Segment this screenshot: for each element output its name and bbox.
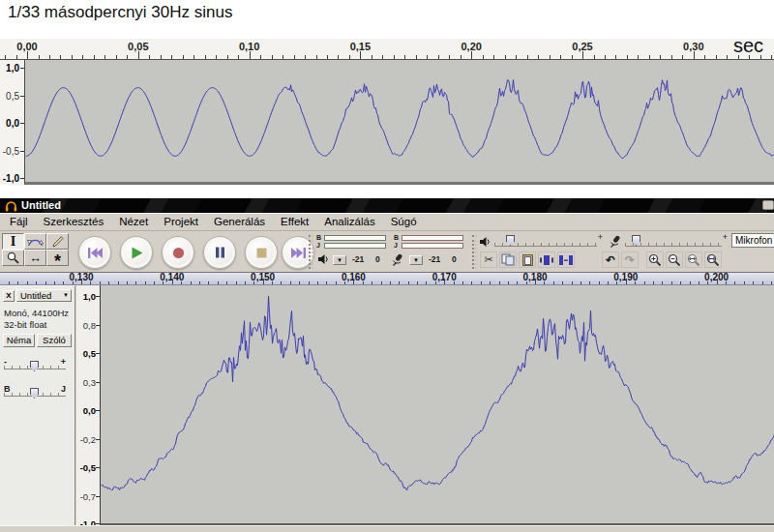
menu-item-file[interactable]: Fájl — [2, 214, 36, 230]
output-meter: B J — [316, 234, 389, 250]
ruler-tick — [199, 281, 200, 284]
menu-item-effect[interactable]: Effekt — [273, 214, 316, 230]
copy-icon — [501, 253, 515, 266]
window-title: Untitled — [21, 199, 61, 211]
top-waveform-canvas — [25, 60, 774, 182]
menu-item-edit[interactable]: Szerkesztés — [36, 214, 112, 230]
track-name: Untitled — [20, 290, 51, 301]
toolbar: I ↔ — [0, 231, 774, 273]
ruler-tick — [416, 55, 417, 59]
input-meter-dropdown[interactable]: ▼ — [409, 255, 423, 265]
track-waveform-canvas[interactable] — [101, 285, 774, 523]
input-device-value: Mikrofon — [735, 235, 772, 246]
meter-scale-min: -21 — [429, 254, 440, 264]
ruler-tick — [353, 279, 354, 284]
copy-button[interactable] — [499, 251, 517, 268]
envelope-tool-button[interactable] — [24, 233, 46, 250]
ruler-tick — [49, 55, 50, 59]
ruler-tick — [694, 51, 695, 59]
record-button[interactable] — [162, 236, 194, 269]
envelope-icon — [27, 236, 44, 248]
ruler-tick — [299, 281, 300, 284]
track-close-button[interactable]: X — [3, 290, 15, 302]
gain-thumb[interactable] — [30, 361, 39, 371]
draw-tool-button[interactable] — [46, 233, 69, 250]
input-volume-slider[interactable]: + — [625, 235, 728, 250]
zoom-to-selection-button[interactable] — [685, 251, 702, 268]
window-control-button[interactable] — [762, 200, 774, 210]
ruler-tick — [317, 281, 318, 284]
timeline-ruler[interactable]: 0,1300,1400,1500,1600,1700,1800,1900,200 — [0, 273, 774, 285]
amplitude-tick-label: 0,5 — [83, 348, 96, 359]
zoom-in-button[interactable] — [646, 251, 664, 268]
paste-button[interactable] — [519, 251, 536, 268]
pan-thumb[interactable] — [30, 388, 39, 399]
selection-tool-button[interactable]: I — [2, 233, 24, 250]
status-bar — [0, 525, 774, 532]
meter-bar — [402, 243, 463, 249]
pause-button[interactable] — [203, 236, 236, 269]
redo-icon: ↷ — [625, 253, 635, 267]
mute-button[interactable]: Néma — [3, 334, 35, 347]
output-meter-dropdown[interactable]: ▼ — [333, 255, 346, 265]
gain-slider[interactable]: - + — [4, 358, 66, 372]
ruler-tick — [305, 55, 306, 59]
ruler-tick — [163, 281, 164, 284]
ruler-tick — [449, 55, 450, 59]
track-name-dropdown[interactable]: Untitled ▼ — [16, 289, 72, 302]
fit-project-button[interactable] — [704, 251, 722, 268]
pan-slider[interactable]: B J — [4, 385, 66, 399]
toolbar-grip[interactable] — [309, 235, 313, 269]
time-shift-tool-button[interactable]: ↔ — [24, 250, 46, 266]
menu-item-generate[interactable]: Generálás — [206, 214, 273, 230]
ruler-tick — [236, 281, 237, 284]
menu-item-project[interactable]: Projekt — [156, 214, 206, 230]
stop-icon — [256, 248, 267, 258]
ruler-tick — [290, 281, 291, 284]
ruler-tick — [671, 55, 672, 59]
menu-item-view[interactable]: Nézet — [111, 214, 156, 230]
ruler-tick — [508, 281, 509, 284]
redo-button[interactable]: ↷ — [621, 251, 639, 268]
slider-track — [625, 243, 722, 247]
ruler-tick — [116, 55, 117, 59]
input-device-select[interactable]: Mikrofon — [731, 233, 774, 248]
ruler-tick — [349, 55, 350, 59]
track-waveform-area[interactable] — [100, 285, 774, 525]
ruler-tick — [100, 281, 101, 284]
trim-button[interactable] — [538, 251, 555, 268]
solo-button[interactable]: Szóló — [37, 334, 72, 347]
ruler-tick — [726, 281, 727, 284]
zoom-tool-button[interactable] — [2, 250, 24, 266]
ruler-tick — [599, 281, 600, 284]
ruler-tick — [580, 281, 581, 284]
ruler-tick — [205, 55, 206, 59]
paste-icon — [521, 253, 534, 266]
window-titlebar[interactable]: Untitled — [0, 198, 774, 213]
ruler-tick — [327, 55, 328, 59]
amplitude-tick-label: 0,0 — [6, 118, 19, 129]
cut-button[interactable]: ✂ — [480, 251, 497, 268]
ruler-tick — [527, 55, 528, 59]
ruler-tick — [553, 281, 554, 284]
meter-toolbar: B J B J ▼ -21 0 — [316, 234, 468, 270]
menu-item-analyze[interactable]: Analizálás — [316, 214, 382, 230]
undo-button[interactable]: ↶ — [602, 251, 619, 268]
skip-to-start-button[interactable] — [78, 236, 111, 269]
zoom-out-button[interactable] — [666, 251, 683, 268]
menu-item-help[interactable]: Súgó — [383, 214, 425, 230]
stop-button[interactable] — [245, 236, 278, 269]
ruler-tick — [54, 281, 55, 284]
ruler-tick — [27, 281, 28, 284]
silence-button[interactable] — [557, 251, 575, 268]
track-bitdepth-info: 32-bit float — [4, 319, 46, 330]
input-meter: B J — [394, 234, 466, 250]
ruler-tick — [635, 281, 636, 284]
ruler-tick — [753, 281, 754, 284]
output-volume-slider[interactable]: + — [494, 235, 603, 250]
meter-left-channel-label: B — [394, 234, 402, 242]
track-amplitude-ruler[interactable]: 1,00,80,50,30,0-0,2-0,5-0,7-1,0 — [76, 285, 100, 525]
multi-tool-button[interactable]: * — [46, 250, 69, 266]
play-button[interactable] — [120, 236, 153, 269]
toolbar-grip[interactable] — [472, 235, 477, 269]
